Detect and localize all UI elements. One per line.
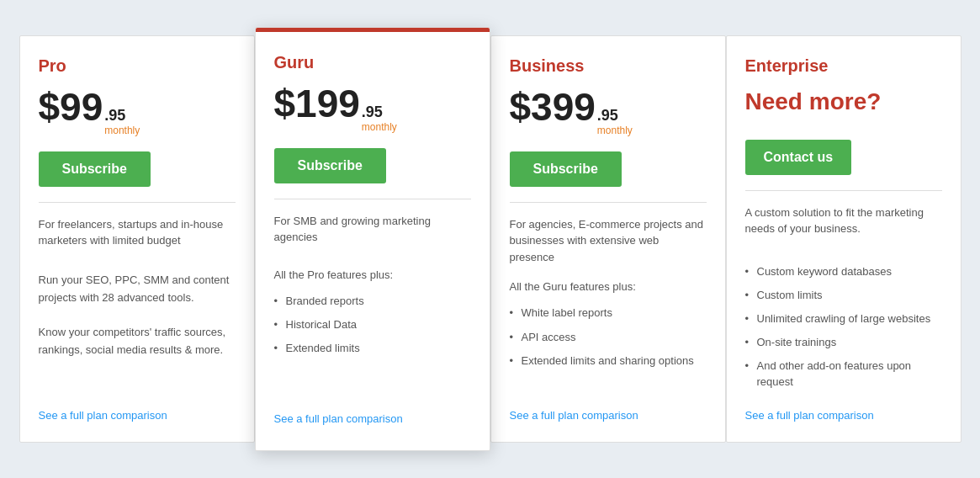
need-more-heading: Need more? — [745, 88, 942, 116]
feature-item: Extended limits — [274, 337, 471, 360]
feature-item: Custom keyword databases — [745, 260, 942, 284]
price-main-pro: $99 — [39, 88, 103, 126]
price-cents-business: .95 — [597, 108, 633, 125]
plan-card-enterprise: EnterpriseNeed more?Contact usA custom s… — [726, 35, 961, 443]
feature-item: Branded reports — [274, 289, 471, 313]
full-comparison-link-pro[interactable]: See a full plan comparison — [39, 409, 236, 422]
feature-item: Custom limits — [745, 284, 942, 307]
plan-name-pro: Pro — [39, 56, 236, 76]
features-list-guru: Branded reportsHistorical DataExtended l… — [274, 289, 471, 397]
full-comparison-link-guru[interactable]: See a full plan comparison — [274, 412, 471, 425]
price-cents-guru: .95 — [362, 104, 397, 121]
contact-us-button[interactable]: Contact us — [745, 140, 852, 175]
plan-card-business: Business $399 .95 monthly SubscribeFor a… — [490, 35, 726, 443]
price-period-pro: monthly — [104, 125, 140, 136]
feature-item: Extended limits and sharing options — [510, 349, 707, 373]
plan-name-business: Business — [510, 56, 707, 76]
plan-description-enterprise: A custom solution to fit the marketing n… — [745, 204, 942, 245]
divider-guru — [274, 199, 471, 199]
features-list-enterprise: Custom keyword databasesCustom limitsUnl… — [745, 260, 942, 394]
full-comparison-link-enterprise[interactable]: See a full plan comparison — [745, 409, 942, 422]
price-period-business: monthly — [597, 125, 633, 136]
feature-item: On-site trainings — [745, 331, 942, 354]
price-main-business: $399 — [510, 88, 596, 126]
features-label-business: All the Guru features plus: — [510, 280, 707, 293]
price-row-pro: $99 .95 monthly — [39, 88, 236, 136]
feature-item: Unlimited crawling of large websites — [745, 307, 942, 331]
plan-description-pro: For freelancers, startups and in-house m… — [39, 216, 236, 257]
plan-card-guru: Guru $199 .95 monthly SubscribeFor SMB a… — [255, 27, 490, 451]
subscribe-button-pro[interactable]: Subscribe — [39, 151, 151, 187]
plan-name-guru: Guru — [274, 53, 471, 72]
price-cents-pro: .95 — [104, 108, 140, 125]
feature-item: Historical Data — [274, 313, 471, 337]
divider — [745, 190, 942, 191]
features-list-business: White label reportsAPI accessExtended li… — [510, 301, 707, 393]
pricing-container: Pro $99 .95 monthly SubscribeFor freelan… — [19, 35, 961, 443]
price-details-guru: .95 monthly — [362, 104, 397, 133]
feature-item: And other add-on features upon request — [745, 354, 942, 393]
features-label-guru: All the Pro features plus: — [274, 268, 471, 281]
full-comparison-link-business[interactable]: See a full plan comparison — [510, 409, 707, 422]
divider-pro — [39, 202, 236, 203]
subscribe-button-guru[interactable]: Subscribe — [274, 148, 386, 183]
price-details-pro: .95 monthly — [104, 108, 140, 136]
plan-name-enterprise: Enterprise — [745, 56, 942, 76]
price-row-business: $399 .95 monthly — [510, 88, 707, 136]
price-row-guru: $199 .95 monthly — [274, 84, 471, 133]
divider-business — [510, 202, 707, 203]
price-main-guru: $199 — [274, 84, 360, 123]
price-details-business: .95 monthly — [597, 108, 633, 136]
plan-card-pro: Pro $99 .95 monthly SubscribeFor freelan… — [19, 35, 255, 443]
plan-description-guru: For SMB and growing marketing agencies — [274, 213, 471, 253]
feature-item: White label reports — [510, 301, 707, 325]
subscribe-button-business[interactable]: Subscribe — [510, 151, 622, 187]
extra-text-pro: Run your SEO, PPC, SMM and content proje… — [39, 272, 236, 359]
plan-description-business: For agencies, E-commerce projects and bu… — [510, 216, 707, 266]
feature-item: API access — [510, 326, 707, 349]
price-period-guru: monthly — [362, 121, 397, 133]
